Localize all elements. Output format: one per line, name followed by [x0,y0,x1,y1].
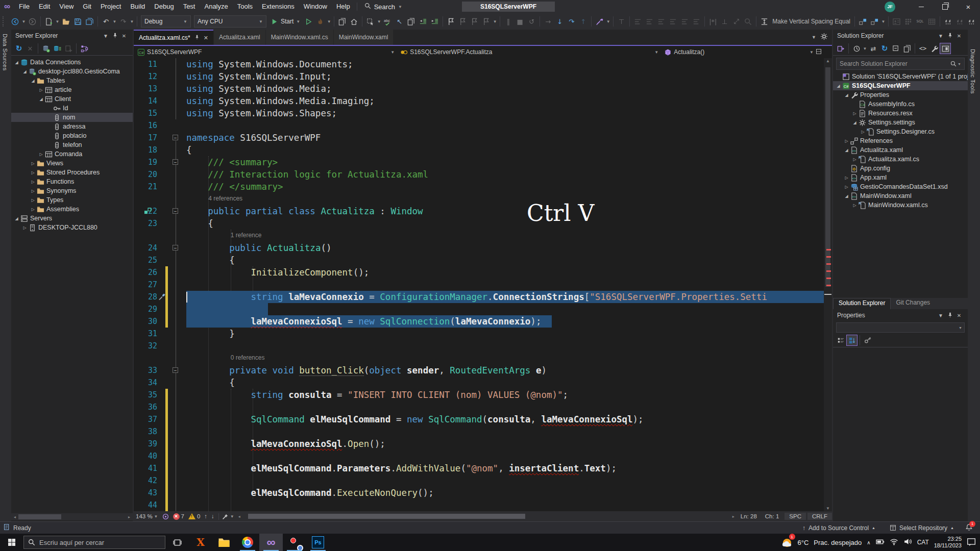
stop-debug-icon[interactable]: ■ [514,15,526,28]
search-menu[interactable]: Search ▼ [357,3,409,11]
data-sources-tab[interactable]: Data Sources [0,30,10,75]
new-item-icon[interactable] [43,15,55,28]
breadcrumb-segment-1[interactable]: S16SQLServerWPF.Actualitza▼ [397,46,660,58]
weather-temp[interactable]: 6°C [798,539,809,546]
server-tree-item-views[interactable]: ▷Views [11,159,133,168]
solution-tree-item-mainwindow-xaml[interactable]: ◢<>MainWindow.xaml [833,191,968,201]
connect-database-icon[interactable] [40,43,52,54]
person-record-icon[interactable] [891,15,902,28]
categorized-icon[interactable] [835,335,846,346]
chevron-expanded-icon[interactable]: ◢ [21,69,28,74]
hscroll-right-icon[interactable]: ▸ [732,514,734,519]
chevron-collapsed-icon[interactable]: ▷ [30,189,36,193]
undo-icon[interactable]: ↶ [100,15,112,28]
chevron-collapsed-icon[interactable]: ▷ [851,111,858,116]
clear-bookmarks-icon[interactable] [480,15,492,28]
chevron-expanded-icon[interactable]: ◢ [843,93,850,97]
server-tree-item-poblacio[interactable]: poblacio [11,131,133,140]
battery-icon[interactable] [876,537,885,547]
server-tree-item-synonyms[interactable]: ▷Synonyms [11,186,133,195]
chevron-collapsed-icon[interactable]: ▷ [851,157,858,162]
nav-forward-icon[interactable] [27,15,38,28]
menu-window[interactable]: Window [299,0,332,13]
solution-tree-item-mainwindow-xaml-cs[interactable]: ▷MainWindow.xaml.cs [833,201,968,210]
keyboard-language[interactable]: CAT [917,539,929,546]
same-height-icon[interactable]: ⊥ [719,15,730,28]
object-selector-combo[interactable]: ▼ [836,322,965,333]
zoom-tool-icon[interactable] [742,15,754,28]
code-line-29[interactable]: 29 [134,303,832,315]
connect-server-icon[interactable] [52,43,63,54]
chevron-down-icon[interactable]: ▼ [376,19,382,24]
toggle-bookmark-icon[interactable] [445,15,457,28]
quote-b-icon[interactable] [954,15,966,28]
volume-icon[interactable] [903,537,912,547]
step-into-icon[interactable]: ↓ [554,15,566,28]
error-count[interactable]: ✕7 [173,513,184,520]
menu-extensions[interactable]: Extensions [257,0,299,13]
code-line-18[interactable]: 18{ [134,144,832,156]
ibeam-icon[interactable]: |*| [707,15,719,28]
code-line-28[interactable]: 28 string laMevaConnexio = Configuration… [134,291,832,303]
structure-view-icon[interactable] [79,43,90,54]
solution-tree-item-references[interactable]: ▷References [833,136,968,145]
link-schema-icon[interactable] [869,15,880,28]
solution-tree-item-resources-resx[interactable]: ▷Resources.resx [833,109,968,118]
code-line-44[interactable]: 44 [134,499,832,511]
solution-tree-item-settings-designer-cs[interactable]: ▷Settings.Designer.cs [833,127,968,136]
tab-git-changes[interactable]: Git Changes [891,298,935,309]
fold-collapse-icon[interactable]: − [173,159,178,165]
quote-c-icon[interactable] [966,15,977,28]
break-all-icon[interactable]: ∥ [502,15,514,28]
taskbar-file-explorer[interactable] [212,534,236,551]
chevron-expanded-icon[interactable]: ◢ [30,79,36,83]
server-tree-item-desktop-jccl880[interactable]: ▷DESKTOP-JCCL880 [11,223,133,232]
add-to-source-control-button[interactable]: ↑Add to Source Control▲ [802,524,875,532]
chevron-down-icon[interactable]: ▼ [129,19,135,24]
code-fix-icon[interactable]: ▼ [218,513,234,520]
chevron-down-icon[interactable]: ▼ [649,50,660,55]
code-line-42[interactable]: 42 [134,474,832,487]
editor-tab-mainwindow-xaml[interactable]: MainWindow.xaml [334,30,394,45]
column-guide-icon[interactable]: ⊤ [616,15,627,28]
restore-button[interactable] [933,0,957,13]
solution-tree-item-app-xaml[interactable]: ▷<>App.xaml [833,173,968,182]
solution-tree-item-app-config[interactable]: App.config [833,164,968,173]
code-line-20[interactable]: 20 /// Interaction logic for Actualitza.… [134,168,832,181]
chevron-collapsed-icon[interactable]: ▷ [30,180,36,184]
menu-file[interactable]: File [14,0,34,13]
fold-collapse-icon[interactable]: − [173,367,178,373]
size-expand-icon[interactable]: ⤢ [730,15,742,28]
server-tree-item-functions[interactable]: ▷Functions [11,177,133,186]
quote-d-icon[interactable] [977,15,980,28]
create-server-icon[interactable] [63,43,74,54]
sql-label-icon[interactable]: SQL [914,15,926,28]
next-issue-icon[interactable]: ↓ [211,513,214,519]
chevron-expanded-icon[interactable]: ◢ [843,194,850,198]
minimize-button[interactable] [910,0,933,13]
chevron-collapsed-icon[interactable]: ▷ [851,203,858,208]
chevron-down-icon[interactable]: ▼ [21,19,27,24]
menu-view[interactable]: View [55,0,78,13]
task-view-button[interactable] [165,534,189,551]
property-pages-icon[interactable] [862,335,873,346]
code-line-21[interactable]: 21 /// </summary> [134,181,832,193]
taskbar-search-input[interactable]: Escriu aquí per cercar [23,536,165,549]
prev-issue-icon[interactable]: ↑ [204,513,207,519]
menu-project[interactable]: Project [96,0,126,13]
prev-bookmark-icon[interactable] [457,15,469,28]
code-line-19[interactable]: 19− /// <summary> [134,156,832,168]
select-cursor-icon[interactable]: ↖ [394,15,405,28]
chevron-collapsed-icon[interactable]: ▷ [30,207,36,212]
taskbar-app-x[interactable]: X [189,534,212,551]
pin-icon[interactable] [945,312,954,319]
action-center-icon[interactable] [967,537,976,548]
align-top-icon[interactable] [667,15,679,28]
align-center-icon[interactable] [644,15,655,28]
code-line-43[interactable]: 43 elMeuSqlCommand.ExecuteNonQuery(); [134,487,832,499]
chevron-expanded-icon[interactable]: ◢ [13,216,20,221]
health-indicator-icon[interactable] [162,513,169,520]
taskbar-chrome[interactable] [236,534,259,551]
element-picker-icon[interactable] [364,15,376,28]
editor-tab-actualitza-xaml-cs-[interactable]: Actualitza.xaml.cs*✕ [134,30,213,45]
